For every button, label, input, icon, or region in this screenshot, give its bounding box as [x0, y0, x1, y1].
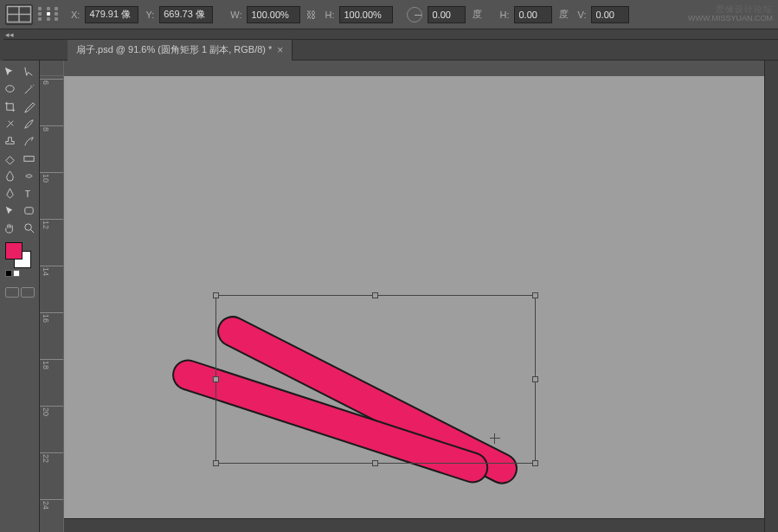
blur-tool[interactable] — [2, 168, 19, 183]
pen-tool[interactable] — [2, 185, 19, 201]
handle-mid-left[interactable] — [213, 376, 219, 382]
scrollbar-vertical[interactable] — [764, 61, 778, 532]
close-icon[interactable]: × — [277, 44, 283, 56]
options-bar: X: Y: W: ⛓ H: 度 H: 度 V: — [0, 0, 778, 29]
document-tab[interactable]: 扇子.psd @ 91.6% (圆角矩形 1 副本, RGB/8) * × — [68, 40, 293, 61]
svg-point-3 — [6, 85, 14, 92]
w-input[interactable] — [247, 6, 300, 23]
skew-v-input[interactable] — [591, 6, 629, 23]
artboard-tool[interactable] — [21, 64, 38, 80]
hand-tool[interactable] — [2, 220, 19, 235]
ruler-corner[interactable] — [40, 61, 64, 76]
svg-text:T: T — [25, 189, 31, 199]
h-input[interactable] — [339, 6, 393, 23]
shape-tool[interactable] — [21, 202, 38, 218]
healing-tool[interactable] — [2, 116, 19, 131]
stamp-tool[interactable] — [2, 133, 19, 149]
default-colors-icon[interactable] — [2, 270, 37, 277]
handle-top-mid[interactable] — [372, 292, 378, 298]
y-input[interactable] — [159, 6, 213, 23]
tab-title: 扇子.psd @ 91.6% (圆角矩形 1 副本, RGB/8) * — [76, 43, 272, 56]
x-input[interactable] — [85, 6, 138, 23]
reference-point-icon[interactable] — [36, 4, 64, 25]
skew-v-label: V: — [577, 10, 586, 20]
handle-bot-right[interactable] — [532, 460, 538, 466]
history-brush-tool[interactable] — [21, 133, 38, 149]
ruler-vertical[interactable]: 681012141618202224 — [40, 76, 64, 532]
brush-tool[interactable] — [21, 116, 38, 131]
transform-preset-icon[interactable] — [5, 4, 33, 25]
dodge-tool[interactable] — [21, 168, 38, 183]
tab-bar: 扇子.psd @ 91.6% (圆角矩形 1 副本, RGB/8) * × — [0, 40, 778, 61]
workspace: T 0246810121416182022242628 681012141618… — [0, 61, 778, 532]
artboard — [103, 76, 709, 526]
eyedropper-tool[interactable] — [21, 99, 38, 114]
tab-header: ◂◂ — [0, 29, 778, 40]
lasso-tool[interactable] — [2, 81, 19, 97]
move-tool[interactable] — [2, 64, 19, 80]
type-tool[interactable]: T — [21, 185, 38, 201]
canvas-area: 0246810121416182022242628 68101214161820… — [40, 61, 778, 532]
magic-wand-tool[interactable] — [21, 81, 38, 97]
handle-bot-mid[interactable] — [372, 460, 378, 466]
svg-point-7 — [25, 223, 32, 230]
handle-bot-left[interactable] — [213, 460, 219, 466]
link-icon[interactable]: ⛓ — [304, 6, 318, 23]
foreground-swatch[interactable] — [5, 242, 23, 260]
svg-line-8 — [30, 229, 34, 233]
toolbox: T — [0, 61, 40, 532]
angle-unit: 度 — [473, 8, 482, 21]
panel-collapse-strip[interactable] — [0, 29, 3, 61]
crop-tool[interactable] — [2, 99, 19, 114]
screen-mode[interactable] — [2, 287, 37, 298]
watermark-url: WWW.MISSYUAN.COM — [688, 14, 773, 22]
angle-icon[interactable] — [407, 7, 422, 22]
skew-h-input[interactable] — [514, 6, 552, 23]
x-label: X: — [71, 10, 80, 20]
zoom-tool[interactable] — [21, 220, 38, 235]
h-label: H: — [325, 10, 334, 20]
pivot-point[interactable] — [490, 433, 500, 444]
eraser-tool[interactable] — [2, 151, 19, 166]
w-label: W: — [230, 10, 241, 20]
svg-rect-6 — [25, 207, 33, 214]
scrollbar-horizontal[interactable] — [64, 518, 764, 532]
skew-h-unit: 度 — [559, 8, 569, 21]
transform-bounding-box[interactable] — [215, 295, 536, 464]
color-swatches[interactable] — [2, 242, 37, 266]
handle-top-left[interactable] — [213, 292, 219, 298]
handle-top-right[interactable] — [532, 292, 538, 298]
handle-mid-right[interactable] — [532, 376, 538, 382]
path-select-tool[interactable] — [2, 202, 19, 218]
gradient-tool[interactable] — [21, 151, 38, 166]
skew-h-label: H: — [499, 10, 509, 20]
svg-rect-4 — [24, 156, 34, 161]
canvas[interactable] — [64, 76, 778, 532]
y-label: Y: — [145, 10, 154, 20]
angle-input[interactable] — [428, 6, 466, 23]
